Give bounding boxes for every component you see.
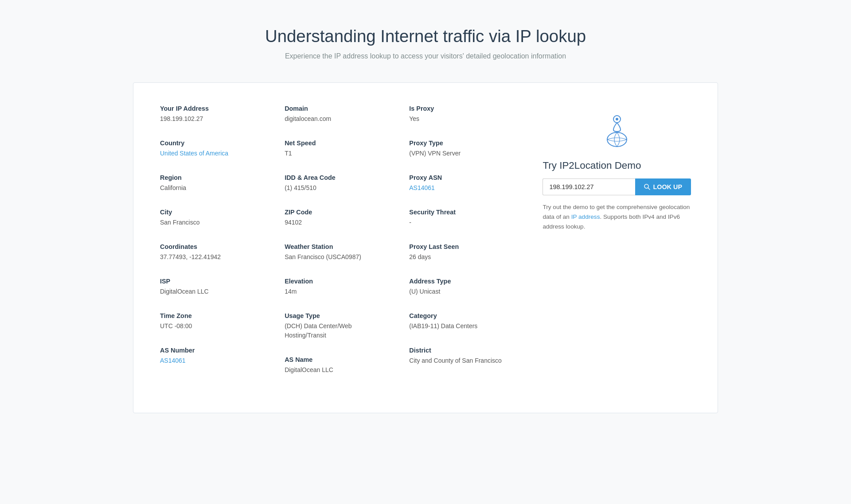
demo-description: Try out the demo to get the comprehensiv… [543, 202, 691, 231]
svg-point-1 [616, 118, 618, 120]
main-card: Your IP Address 198.199.102.27 Country U… [133, 82, 718, 413]
field-zip-code: ZIP Code 94102 [285, 209, 391, 227]
field-district: District City and County of San Francisc… [409, 347, 516, 365]
field-weather-station: Weather Station San Francisco (USCA0987) [285, 243, 391, 262]
field-domain: Domain digitalocean.com [285, 105, 391, 124]
demo-column: Try IP2Location Demo LOOK UP Try out the… [534, 105, 691, 391]
field-security-threat: Security Threat - [409, 209, 516, 227]
data-grid: Your IP Address 198.199.102.27 Country U… [160, 105, 691, 391]
field-ip-address: Your IP Address 198.199.102.27 [160, 105, 267, 124]
field-country: Country United States of America [160, 140, 267, 158]
field-idd-area-code: IDD & Area Code (1) 415/510 [285, 174, 391, 193]
lookup-button[interactable]: LOOK UP [635, 178, 691, 195]
lookup-input[interactable] [543, 178, 635, 195]
column-1: Your IP Address 198.199.102.27 Country U… [160, 105, 285, 391]
search-icon [644, 184, 650, 190]
field-as-number: AS Number AS14061 [160, 347, 267, 365]
svg-point-2 [607, 132, 627, 147]
field-proxy-asn: Proxy ASN AS14061 [409, 174, 516, 193]
column-2: Domain digitalocean.com Net Speed T1 IDD… [285, 105, 409, 391]
field-timezone: Time Zone UTC -08:00 [160, 312, 267, 331]
field-usage-type: Usage Type (DCH) Data Center/Web Hosting… [285, 312, 391, 340]
ip-address-link[interactable]: IP address [571, 213, 600, 220]
field-elevation: Elevation 14m [285, 278, 391, 296]
demo-title: Try IP2Location Demo [543, 160, 641, 171]
page-title: Understanding Internet traffic via IP lo… [133, 27, 718, 46]
field-city: City San Francisco [160, 209, 267, 227]
field-is-proxy: Is Proxy Yes [409, 105, 516, 124]
page-header: Understanding Internet traffic via IP lo… [133, 27, 718, 60]
globe-icon [599, 109, 635, 151]
field-address-type: Address Type (U) Unicast [409, 278, 516, 296]
field-proxy-type: Proxy Type (VPN) VPN Server [409, 140, 516, 158]
page-subtitle: Experience the IP address lookup to acce… [133, 52, 718, 60]
field-as-name: AS Name DigitalOcean LLC [285, 356, 391, 375]
column-3: Is Proxy Yes Proxy Type (VPN) VPN Server… [409, 105, 534, 391]
svg-line-4 [648, 188, 650, 190]
field-coordinates: Coordinates 37.77493, -122.41942 [160, 243, 267, 262]
field-region: Region California [160, 174, 267, 193]
field-proxy-last-seen: Proxy Last Seen 26 days [409, 243, 516, 262]
field-category: Category (IAB19-11) Data Centers [409, 312, 516, 331]
field-isp: ISP DigitalOcean LLC [160, 278, 267, 296]
lookup-form: LOOK UP [543, 178, 691, 195]
field-net-speed: Net Speed T1 [285, 140, 391, 158]
